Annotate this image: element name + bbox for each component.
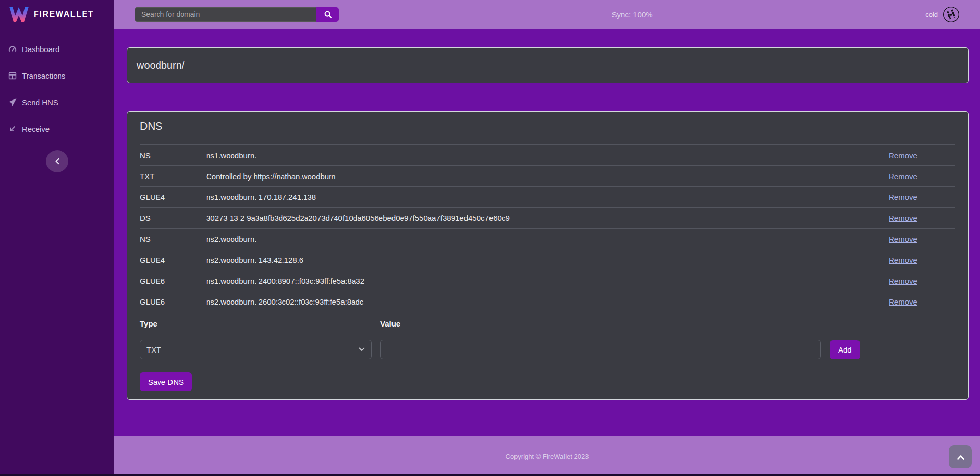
dashboard-icon	[8, 45, 17, 54]
brand-name: FIREWALLET	[34, 10, 94, 19]
footer: Copyright © FireWallet 2023	[114, 436, 980, 476]
firewallet-logo-icon	[9, 7, 29, 22]
sidebar-item-label: Send HNS	[22, 98, 58, 107]
record-type: NS	[140, 151, 206, 160]
record-type-select[interactable]: TXT	[140, 340, 372, 359]
dns-section-title: DNS	[140, 120, 955, 132]
record-value: Controlled by https://nathan.woodburn	[206, 172, 889, 181]
sidebar-item-dashboard[interactable]: Dashboard	[0, 36, 114, 62]
remove-record-link[interactable]: Remove	[889, 214, 917, 222]
chevron-left-icon	[54, 158, 60, 165]
dns-record-row: GLUE4 ns2.woodburn. 143.42.128.6 Remove	[140, 249, 955, 270]
sidebar: FIREWALLET Dashboard Transactions Send H…	[0, 0, 114, 476]
wallet-indicator[interactable]: cold	[925, 6, 960, 23]
record-value: ns2.woodburn.	[206, 235, 889, 243]
sidebar-collapse-button[interactable]	[46, 150, 68, 172]
remove-record-link[interactable]: Remove	[889, 277, 917, 285]
search-button[interactable]	[316, 7, 339, 22]
remove-record-link[interactable]: Remove	[889, 193, 917, 202]
value-column-header: Value	[380, 319, 400, 328]
domain-header-card: woodburn/	[127, 47, 969, 83]
record-value: ns2.woodburn. 2600:3c02::f03c:93ff:fe5a:…	[206, 297, 889, 306]
content-column: Sync: 100% cold woodburn/ DNS NS	[114, 0, 980, 476]
wallet-name: cold	[925, 11, 938, 18]
sidebar-item-send-hns[interactable]: Send HNS	[0, 89, 114, 115]
chevron-up-icon	[957, 455, 964, 460]
dns-record-row: NS ns1.woodburn. Remove	[140, 144, 955, 165]
scroll-to-top-button[interactable]	[949, 445, 972, 468]
remove-record-link[interactable]: Remove	[889, 256, 917, 264]
record-value: ns1.woodburn.	[206, 151, 889, 160]
remove-record-link[interactable]: Remove	[889, 172, 917, 181]
remove-record-link[interactable]: Remove	[889, 297, 917, 306]
remove-record-link[interactable]: Remove	[889, 151, 917, 160]
type-column-header: Type	[140, 319, 380, 328]
dns-card: DNS NS ns1.woodburn. Remove TXT Controll…	[127, 111, 969, 400]
domain-search-form	[135, 7, 339, 22]
sidebar-item-label: Dashboard	[22, 45, 59, 54]
record-type: NS	[140, 235, 206, 243]
add-record-form: TXT Add	[140, 336, 955, 365]
main-content: woodburn/ DNS NS ns1.woodburn. Remove TX…	[114, 29, 980, 436]
record-type: TXT	[140, 172, 206, 181]
dns-form-header: Type Value	[140, 312, 955, 336]
save-dns-button[interactable]: Save DNS	[140, 372, 192, 391]
record-type: DS	[140, 214, 206, 222]
dns-record-row: TXT Controlled by https://nathan.woodbur…	[140, 165, 955, 186]
topbar: Sync: 100% cold	[114, 0, 980, 29]
page-title: woodburn/	[137, 60, 184, 71]
record-type: GLUE6	[140, 277, 206, 285]
dns-record-row: NS ns2.woodburn. Remove	[140, 228, 955, 249]
record-value: 30273 13 2 9a3a8fb3d625d2a2073d740f10da6…	[206, 214, 889, 222]
dns-records-table: NS ns1.woodburn. Remove TXT Controlled b…	[140, 144, 955, 312]
copyright-text: Copyright © FireWallet 2023	[506, 453, 589, 460]
search-input[interactable]	[135, 7, 316, 22]
sidebar-item-label: Transactions	[22, 71, 65, 80]
brand[interactable]: FIREWALLET	[0, 0, 114, 29]
add-record-button[interactable]: Add	[830, 340, 860, 359]
handshake-logo-icon	[943, 6, 960, 23]
record-type: GLUE6	[140, 297, 206, 306]
sidebar-nav: Dashboard Transactions Send HNS Receive	[0, 36, 114, 142]
transactions-icon	[8, 71, 17, 80]
record-value: ns1.woodburn. 170.187.241.138	[206, 193, 889, 202]
sidebar-item-transactions[interactable]: Transactions	[0, 62, 114, 89]
remove-record-link[interactable]: Remove	[889, 235, 917, 243]
receive-icon	[8, 124, 17, 133]
sync-status: Sync: 100%	[612, 10, 653, 19]
dns-record-row: GLUE6 ns2.woodburn. 2600:3c02::f03c:93ff…	[140, 291, 955, 312]
dns-record-row: GLUE6 ns1.woodburn. 2400:8907::f03c:93ff…	[140, 270, 955, 291]
send-icon	[8, 98, 17, 107]
record-value-input[interactable]	[380, 340, 821, 359]
dns-record-row: DS 30273 13 2 9a3a8fb3d625d2a2073d740f10…	[140, 207, 955, 228]
record-type: GLUE4	[140, 256, 206, 264]
search-icon	[324, 11, 332, 18]
dns-record-row: GLUE4 ns1.woodburn. 170.187.241.138 Remo…	[140, 186, 955, 207]
sidebar-item-receive[interactable]: Receive	[0, 115, 114, 142]
record-value: ns2.woodburn. 143.42.128.6	[206, 256, 889, 264]
window-bottom-edge	[0, 474, 980, 476]
record-value: ns1.woodburn. 2400:8907::f03c:93ff:fe5a:…	[206, 277, 889, 285]
sidebar-item-label: Receive	[22, 124, 50, 133]
record-type: GLUE4	[140, 193, 206, 202]
